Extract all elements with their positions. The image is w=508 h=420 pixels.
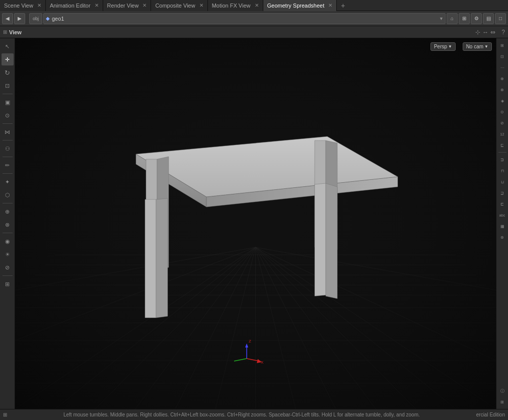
rt-geo[interactable]: ⊛ xyxy=(497,232,507,242)
tab-render-view[interactable]: Render View ✕ xyxy=(103,0,152,11)
geo-selector-wrap[interactable]: ◆ geo1 ▼ xyxy=(43,13,446,24)
obj-display: obj xyxy=(29,13,42,24)
status-text: Left mouse tumbles. Middle pans. Right d… xyxy=(7,412,476,417)
rt-13[interactable]: ⊔ xyxy=(497,177,507,187)
persp-label: Persp xyxy=(434,44,447,49)
right-toolbar: ⊞ ⊡ ⋯ ⊕ ⊗ ◈ ⊙ ⊘ 12 ⊑ ⊐ ⊓ ⊔ ⊒ ⊏ abc ▦ ⊛ ⓘ… xyxy=(496,38,508,409)
lt-sep-7 xyxy=(3,233,13,233)
lt-sep-1 xyxy=(3,94,13,94)
lt-render[interactable]: ◉ xyxy=(2,235,14,247)
tab-composite-view-label: Composite View xyxy=(155,3,195,9)
tab-scene-view-close[interactable]: ✕ xyxy=(37,3,41,8)
rt-9[interactable]: 12 xyxy=(497,129,507,139)
svg-text:Z: Z xyxy=(249,339,251,343)
status-left: ⊞ xyxy=(3,412,7,417)
view-help-icon[interactable]: ? xyxy=(501,29,505,36)
rt-14[interactable]: ⊒ xyxy=(497,188,507,198)
geo-selector-value: geo1 xyxy=(52,16,64,22)
view-nav-2[interactable]: ↔ xyxy=(482,29,488,36)
lt-group[interactable]: ⊕ xyxy=(2,205,14,218)
tab-motion-fx-view-label: Motion FX View xyxy=(212,3,251,9)
lt-object[interactable]: ⬡ xyxy=(2,189,14,201)
forward-button[interactable]: ▶ xyxy=(14,13,25,24)
table-3d-model xyxy=(106,99,418,351)
status-geo-icon: ⊞ xyxy=(3,412,7,417)
status-bar: ⊞ Left mouse tumbles. Middle pans. Right… xyxy=(0,409,508,420)
lt-transform[interactable]: ✛ xyxy=(2,53,14,65)
tab-motion-fx-view-close[interactable]: ✕ xyxy=(255,3,259,8)
back-button[interactable]: ◀ xyxy=(2,13,13,24)
rt-5[interactable]: ⊗ xyxy=(497,85,507,95)
maximize-button[interactable]: □ xyxy=(495,13,506,24)
lt-magnet[interactable]: ⋈ xyxy=(2,126,14,138)
geo-selector-icon: ◆ xyxy=(46,16,50,21)
tab-motion-fx-view[interactable]: Motion FX View ✕ xyxy=(208,0,263,11)
network-button[interactable]: ⊞ xyxy=(459,13,470,24)
lt-sep-5 xyxy=(3,173,13,174)
tab-add-button[interactable]: + xyxy=(337,2,349,10)
lt-sep-4 xyxy=(3,157,13,157)
viewport-3d[interactable]: Z X Persp ▼ No cam ▼ xyxy=(15,38,496,409)
tab-render-view-label: Render View xyxy=(107,3,139,9)
tab-composite-view-close[interactable]: ✕ xyxy=(199,3,203,8)
settings-button[interactable]: ⚙ xyxy=(471,13,482,24)
lt-move[interactable]: ✦ xyxy=(2,176,14,188)
rt-info[interactable]: ⓘ xyxy=(497,386,507,396)
nocam-button[interactable]: No cam ▼ xyxy=(463,42,492,51)
lt-camera[interactable]: ⊘ xyxy=(2,261,14,273)
view-header: ⊞ View ⊹ ↔ ⇔ ? xyxy=(0,26,508,38)
view-title: View xyxy=(9,29,22,35)
lt-pose[interactable]: ⚇ xyxy=(2,143,14,155)
lt-paint[interactable]: ✏ xyxy=(2,159,14,171)
nocam-label: No cam xyxy=(466,44,483,49)
lt-sep-8 xyxy=(3,275,13,276)
layout-button[interactable]: ▤ xyxy=(483,13,494,24)
geo-selector-arrow-icon: ▼ xyxy=(439,16,444,21)
tab-composite-view[interactable]: Composite View ✕ xyxy=(151,0,207,11)
tab-animation-editor[interactable]: Animation Editor ✕ xyxy=(46,0,103,11)
main-layout: ↖ ✛ ↻ ⊡ ▣ ⊙ ⋈ ⚇ ✏ ✦ ⬡ ⊕ ⊗ ◉ ☀ ⊘ ⊞ xyxy=(0,38,508,409)
lt-view-select[interactable]: ▣ xyxy=(2,96,14,108)
rt-6[interactable]: ◈ xyxy=(497,96,507,106)
tab-geometry-spreadsheet[interactable]: Geometry Spreadsheet ✕ xyxy=(263,0,337,11)
lt-geo-bottom[interactable]: ⊞ xyxy=(2,278,14,290)
obj-icon: obj xyxy=(33,16,39,21)
view-nav-1[interactable]: ⊹ xyxy=(475,29,480,36)
rt-3[interactable]: ⋯ xyxy=(497,62,507,73)
rt-15[interactable]: ⊏ xyxy=(497,199,507,209)
rt-10[interactable]: ⊑ xyxy=(497,140,507,150)
persp-button[interactable]: Persp ▼ xyxy=(430,42,456,51)
rt-abc[interactable]: abc xyxy=(497,210,507,220)
lt-loop[interactable]: ⊙ xyxy=(2,109,14,121)
svg-marker-38 xyxy=(156,198,168,318)
rt-grid[interactable]: ⊞ xyxy=(497,397,507,407)
tab-geometry-spreadsheet-close[interactable]: ✕ xyxy=(328,3,332,8)
svg-marker-37 xyxy=(145,199,156,318)
coordinate-axes: Z X xyxy=(227,338,267,369)
lt-light[interactable]: ☀ xyxy=(2,248,14,260)
lt-sep-3 xyxy=(3,140,13,141)
home-button[interactable]: ⌂ xyxy=(447,13,458,24)
rt-4[interactable]: ⊕ xyxy=(497,74,507,84)
rt-select[interactable]: ⊞ xyxy=(497,40,507,50)
svg-text:X: X xyxy=(261,360,264,365)
tab-render-view-close[interactable]: ✕ xyxy=(142,3,147,8)
lt-sep-6 xyxy=(3,203,13,203)
rt-8[interactable]: ⊘ xyxy=(497,118,507,128)
rt-12[interactable]: ⊓ xyxy=(497,166,507,176)
view-header-right: ⊹ ↔ ⇔ ? xyxy=(475,29,505,36)
lt-select[interactable]: ↖ xyxy=(2,40,14,52)
rt-11[interactable]: ⊐ xyxy=(497,155,507,165)
status-edition: ercial Edition xyxy=(476,412,505,417)
view-nav-3[interactable]: ⇔ xyxy=(490,29,495,36)
tab-scene-view[interactable]: Scene View ✕ xyxy=(0,0,46,11)
lt-bones[interactable]: ⊗ xyxy=(2,219,14,231)
rt-image[interactable]: ▦ xyxy=(497,221,507,231)
lt-rotate[interactable]: ↻ xyxy=(2,66,14,79)
tab-animation-editor-close[interactable]: ✕ xyxy=(95,3,99,8)
rt-transform[interactable]: ⊡ xyxy=(497,51,507,61)
lt-scale[interactable]: ⊡ xyxy=(2,80,14,92)
geo-selector-display[interactable]: ◆ geo1 ▼ xyxy=(43,13,446,24)
svg-marker-40 xyxy=(326,183,337,299)
rt-7[interactable]: ⊙ xyxy=(497,107,507,117)
